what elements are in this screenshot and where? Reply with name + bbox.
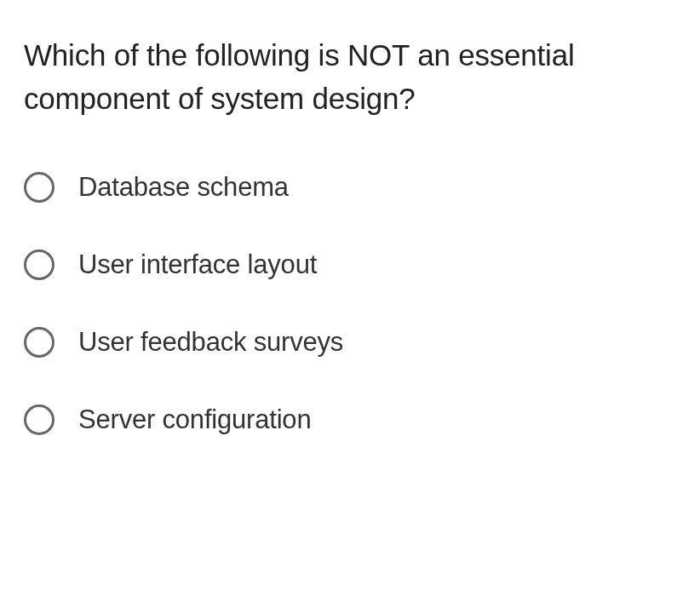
radio-icon	[24, 249, 55, 280]
radio-icon	[24, 172, 55, 203]
option-4[interactable]: Server configuration	[24, 404, 676, 435]
radio-icon	[24, 327, 55, 358]
option-label: Server configuration	[78, 404, 311, 435]
question-text: Which of the following is NOT an essenti…	[24, 34, 676, 121]
option-label: User interface layout	[78, 249, 317, 280]
options-list: Database schema User interface layout Us…	[24, 172, 676, 435]
option-label: User feedback surveys	[78, 327, 343, 358]
option-1[interactable]: Database schema	[24, 172, 676, 203]
option-2[interactable]: User interface layout	[24, 249, 676, 280]
radio-icon	[24, 404, 55, 435]
option-label: Database schema	[78, 172, 289, 203]
option-3[interactable]: User feedback surveys	[24, 327, 676, 358]
